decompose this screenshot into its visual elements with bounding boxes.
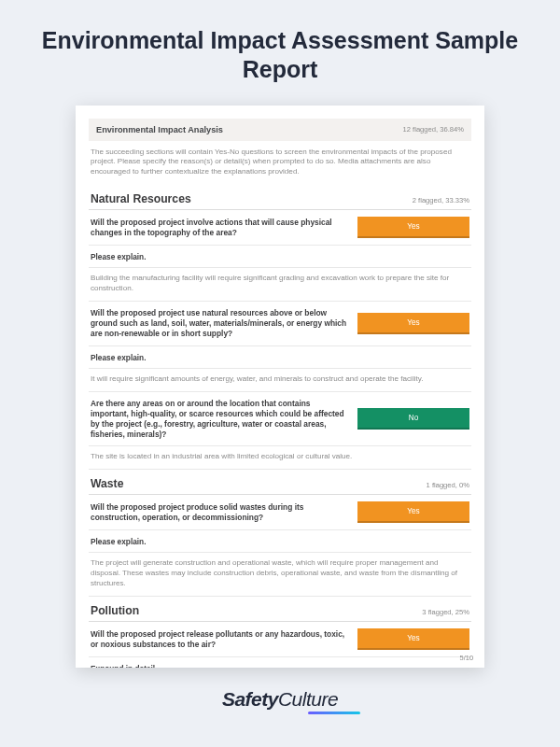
page-number: 5/10 xyxy=(460,654,473,662)
question-text: Will the proposed project release pollut… xyxy=(91,629,348,650)
answer-badge-yes: Yes xyxy=(357,628,469,650)
section-title: Natural Resources xyxy=(91,192,191,205)
explain-text: The project will generate construction a… xyxy=(89,553,471,597)
report-page: Environmental Impact Analysis 12 flagged… xyxy=(76,106,484,668)
section-head-natural: Natural Resources 2 flagged, 33.33% xyxy=(89,189,471,210)
question-text: Are there any areas on or around the loc… xyxy=(91,399,348,440)
explain-text: It will require significant amounts of e… xyxy=(89,369,471,392)
section-title: Pollution xyxy=(91,604,139,617)
section-meta: 1 flagged, 0% xyxy=(427,481,469,489)
section-head-waste: Waste 1 flagged, 0% xyxy=(89,473,471,495)
question-row: Will the proposed project produce solid … xyxy=(89,495,471,530)
brand-underline-icon xyxy=(308,712,360,714)
question-row: Will the proposed project use natural re… xyxy=(89,302,471,346)
explain-label: Please explain. xyxy=(89,530,471,553)
page-title: Environmental Impact Assessment Sample R… xyxy=(0,0,560,106)
brand-bold: Safety xyxy=(222,688,278,710)
answer-badge-yes: Yes xyxy=(357,501,469,523)
question-text: Will the proposed project produce solid … xyxy=(91,502,348,523)
answer-badge-no: No xyxy=(357,408,469,430)
answer-badge-yes: Yes xyxy=(357,217,469,238)
explain-label: Expound in detail. xyxy=(89,657,471,667)
report-header-meta: 12 flagged, 36.84% xyxy=(403,125,464,134)
report-intro: The succeeding sections will contain Yes… xyxy=(89,148,471,186)
question-text: Will the proposed project use natural re… xyxy=(91,308,348,339)
question-row: Will the proposed project release pollut… xyxy=(89,622,471,657)
brand-light: Culture xyxy=(278,688,338,710)
explain-label: Please explain. xyxy=(89,346,471,369)
report-header-title: Environmental Impact Analysis xyxy=(96,125,223,134)
question-row: Will the proposed project involve action… xyxy=(89,210,471,246)
section-meta: 3 flagged, 25% xyxy=(422,608,469,616)
answer-badge-yes: Yes xyxy=(357,313,469,334)
section-head-pollution: Pollution 3 flagged, 25% xyxy=(89,600,471,622)
brand-logo: SafetyCulture xyxy=(0,688,560,714)
section-title: Waste xyxy=(91,477,123,490)
report-header: Environmental Impact Analysis 12 flagged… xyxy=(89,119,471,141)
explain-text: The site is located in an industrial are… xyxy=(89,446,471,470)
question-text: Will the proposed project involve action… xyxy=(91,218,348,238)
explain-label: Please explain. xyxy=(89,246,471,268)
explain-text: Building the manufacturing facility will… xyxy=(89,268,471,302)
section-meta: 2 flagged, 33.33% xyxy=(413,196,469,204)
question-row: Are there any areas on or around the loc… xyxy=(89,392,471,447)
